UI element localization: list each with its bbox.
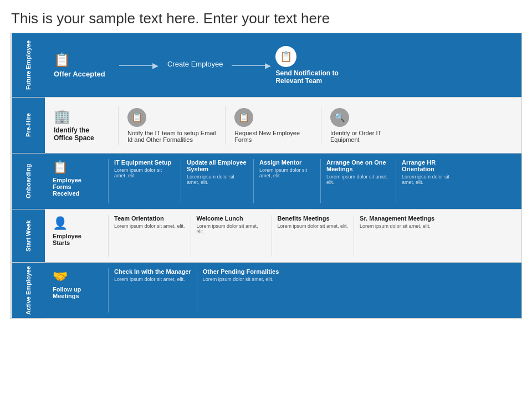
forms-received-label: EmployeeFormsReceived [53, 177, 81, 197]
page-title: This is your sample text here. Enter you… [0, 0, 532, 33]
it-equipment-icon: 🔍 [330, 108, 349, 127]
row-active-employee: Active Employee 🤝 Follow upMeetings Chec… [11, 263, 521, 318]
checkin-manager-desc: Lorem ipsum dolor sit amet, elit. [114, 277, 191, 282]
it-setup-icon: 📋 [127, 108, 146, 127]
employee-starts-label: EmployeeStarts [53, 233, 81, 246]
label-active-employee: Active Employee [11, 263, 45, 318]
welcome-lunch-label: Welcome Lunch [197, 215, 266, 222]
request-forms-icon: 📋 [234, 108, 253, 127]
notification-icon: 📋 [275, 46, 296, 67]
label-start-week: Start Week [11, 209, 45, 262]
header: This is your sample text here. Enter you… [0, 0, 532, 33]
one-meetings-desc: Lorem ipsum dolor sit amet, elit. [326, 174, 390, 185]
row-start-week: Start Week 👤 EmployeeStarts Team Orienta… [11, 209, 521, 263]
welcome-lunch-desc: Lorem ipsum dolor sit amet, elit. [197, 223, 266, 234]
notification-label: Send Notification toRelevant Team [275, 69, 338, 85]
one-meetings-label: Arrange One on One Meetings [326, 159, 390, 172]
checkin-manager-label: Check In with the Manager [114, 268, 191, 275]
team-orientation-desc: Lorem ipsum dolor sit amet, elit. [114, 223, 185, 229]
create-employee-label: Create Employee [167, 60, 223, 68]
benefits-meetings-label: Benefits Meetings [278, 215, 349, 222]
label-pre-hire: Pre-Hire [11, 98, 45, 153]
office-space-label: Identify theOffice Space [54, 126, 94, 142]
row-onboarding: Onboarding 📋 EmployeeFormsReceived IT Eq… [11, 154, 521, 209]
assign-mentor-label: Assign Mentor [259, 159, 315, 166]
follow-meetings-icon: 🤝 [53, 269, 68, 284]
employee-starts-icon: 👤 [53, 216, 68, 231]
offer-accepted-label: Offer Accepted [54, 70, 105, 78]
office-space-icon: 🏢 [54, 109, 70, 124]
offer-accepted-icon: 📋 [54, 52, 70, 68]
hr-orientation-desc: Lorem ipsum dolor sit amet, elit. [402, 174, 463, 185]
label-onboarding: Onboarding [11, 154, 45, 209]
follow-meetings-label: Follow upMeetings [53, 286, 81, 299]
request-forms-label: Request New Employee Forms [234, 130, 312, 143]
update-system-label: Update all Employee System [187, 159, 248, 172]
assign-mentor-desc: Lorem ipsum dolor sit amet, elit. [259, 167, 315, 178]
other-formalities-label: Other Pending Formalities [203, 268, 279, 275]
it-equipment-label: Identify or Order IT Equipment [330, 130, 408, 143]
benefits-meetings-desc: Lorem ipsum dolor sit amet, elit. [278, 223, 349, 229]
it-equip-setup-desc: Lorem ipsum dolor sit amet, elit. [114, 167, 175, 178]
it-setup-label: Notify the IT team to setup Email Id and… [127, 130, 216, 143]
sr-management-desc: Lorem ipsum dolor sit amet, elit. [360, 223, 434, 229]
row-future-employee: Future Employee 📋 Offer Accepted ▶ Creat… [11, 33, 521, 98]
label-future-employee: Future Employee [11, 33, 45, 97]
forms-received-icon: 📋 [53, 160, 68, 175]
other-formalities-desc: Lorem ipsum dolor sit amet, elit. [203, 277, 279, 282]
team-orientation-label: Team Orientation [114, 215, 185, 222]
update-system-desc: Lorem ipsum dolor sit amet, elit. [187, 174, 248, 185]
hr-orientation-label: Arrange HR Orientation [402, 159, 463, 172]
main-table: Future Employee 📋 Offer Accepted ▶ Creat… [10, 33, 522, 319]
row-pre-hire: Pre-Hire 🏢 Identify theOffice Space 📋 No… [11, 98, 521, 154]
sr-management-label: Sr. Management Meetings [360, 215, 434, 222]
it-equip-setup-label: IT Equipment Setup [114, 159, 175, 166]
